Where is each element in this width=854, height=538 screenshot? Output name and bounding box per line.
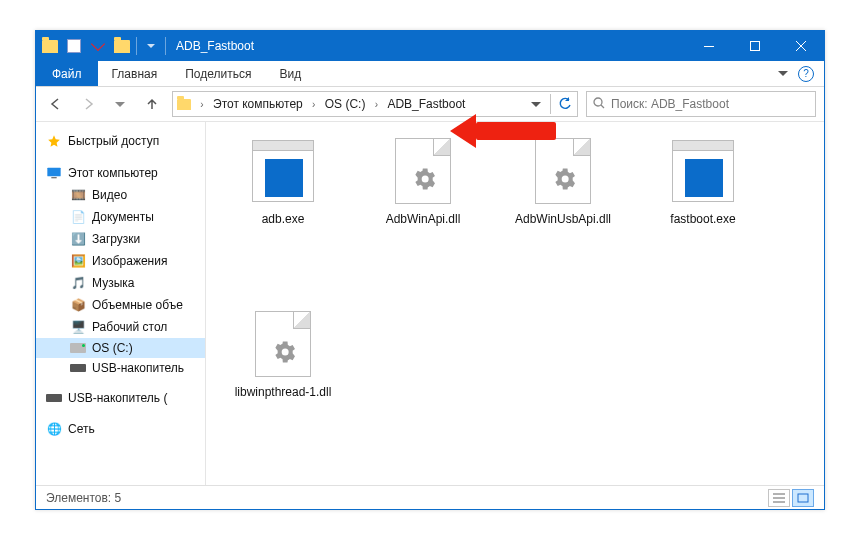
maximize-button[interactable] [732, 31, 778, 61]
sidebar-label: Изображения [92, 254, 167, 268]
sidebar-label: Объемные объе [92, 298, 183, 312]
sidebar-item-documents[interactable]: 📄Документы [36, 206, 205, 228]
sidebar-label: USB-накопитель ( [68, 391, 167, 405]
dll-icon [535, 138, 591, 204]
sidebar-item-thispc[interactable]: Этот компьютер [36, 162, 205, 184]
sidebar-label: USB-накопитель [92, 361, 184, 375]
sidebar-item-pictures[interactable]: 🖼️Изображения [36, 250, 205, 272]
ribbon-tab-home[interactable]: Главная [98, 61, 172, 86]
refresh-icon[interactable] [553, 97, 577, 111]
titlebar: ADB_Fastboot [36, 31, 824, 61]
breadcrumb-seg-drive[interactable]: OS (C:) [321, 97, 370, 111]
search-icon [593, 97, 605, 112]
chevron-right-icon[interactable]: › [369, 99, 383, 110]
properties-icon[interactable] [64, 36, 84, 56]
cube-icon: 📦 [70, 297, 86, 313]
svg-point-4 [594, 98, 602, 106]
sidebar-label: Рабочий стол [92, 320, 167, 334]
sidebar-item-osc[interactable]: OS (C:) [36, 338, 205, 358]
sidebar-label: Загрузки [92, 232, 140, 246]
ribbon: Файл Главная Поделиться Вид ? [36, 61, 824, 87]
file-item[interactable]: fastboot.exe [638, 136, 768, 226]
video-icon: 🎞️ [70, 187, 86, 203]
breadcrumb-seg-folder[interactable]: ADB_Fastboot [383, 97, 469, 111]
ribbon-tab-view[interactable]: Вид [265, 61, 315, 86]
minimize-button[interactable] [686, 31, 732, 61]
sidebar-label: OS (C:) [92, 341, 133, 355]
image-icon: 🖼️ [70, 253, 86, 269]
explorer-window: ADB_Fastboot Файл Главная Поделиться Вид… [35, 30, 825, 510]
sidebar-label: Быстрый доступ [68, 134, 159, 148]
item-count: Элементов: 5 [46, 491, 121, 505]
sidebar-label: Этот компьютер [68, 166, 158, 180]
computer-icon [46, 165, 62, 181]
folder-icon[interactable] [40, 36, 60, 56]
exe-icon [252, 140, 314, 202]
sidebar-item-quick-access[interactable]: Быстрый доступ [36, 130, 205, 152]
view-large-icons-button[interactable] [792, 489, 814, 507]
folder2-icon[interactable] [112, 36, 132, 56]
document-icon: 📄 [70, 209, 86, 225]
file-label: libwinpthread-1.dll [235, 385, 332, 399]
nav-row: › Этот компьютер › OS (C:) › ADB_Fastboo… [36, 87, 824, 121]
file-label: fastboot.exe [670, 212, 735, 226]
sidebar-item-video[interactable]: 🎞️Видео [36, 184, 205, 206]
status-bar: Элементов: 5 [36, 485, 824, 509]
file-item[interactable]: AdbWinUsbApi.dll [498, 136, 628, 226]
search-input[interactable] [611, 97, 809, 111]
chevron-right-icon[interactable]: › [307, 99, 321, 110]
address-bar[interactable]: › Этот компьютер › OS (C:) › ADB_Fastboo… [172, 91, 578, 117]
sidebar-item-usb-root[interactable]: USB-накопитель ( [36, 388, 205, 408]
svg-rect-1 [751, 42, 760, 51]
view-details-button[interactable] [768, 489, 790, 507]
checkmark-icon[interactable] [88, 36, 108, 56]
sidebar-label: Музыка [92, 276, 134, 290]
sidebar-item-music[interactable]: 🎵Музыка [36, 272, 205, 294]
file-label: AdbWinApi.dll [386, 212, 461, 226]
file-list[interactable]: adb.exeAdbWinApi.dllAdbWinUsbApi.dllfast… [206, 122, 824, 485]
sidebar-item-network[interactable]: 🌐Сеть [36, 418, 205, 440]
svg-line-5 [601, 105, 604, 108]
desktop-icon: 🖥️ [70, 319, 86, 335]
download-icon: ⬇️ [70, 231, 86, 247]
breadcrumb-seg-thispc[interactable]: Этот компьютер [209, 97, 307, 111]
close-button[interactable] [778, 31, 824, 61]
folder-icon [173, 99, 195, 110]
nav-history-dropdown[interactable] [108, 90, 132, 118]
dll-icon [255, 311, 311, 377]
help-icon[interactable]: ? [798, 66, 814, 82]
qat-dropdown[interactable] [141, 36, 161, 56]
star-icon [46, 133, 62, 149]
nav-back-button[interactable] [44, 90, 68, 118]
music-icon: 🎵 [70, 275, 86, 291]
ribbon-tab-file[interactable]: Файл [36, 61, 98, 86]
file-item[interactable]: adb.exe [218, 136, 348, 226]
search-box[interactable] [586, 91, 816, 117]
usb-icon [46, 394, 62, 402]
svg-rect-11 [798, 494, 808, 502]
file-item[interactable]: AdbWinApi.dll [358, 136, 488, 226]
sidebar-label: Сеть [68, 422, 95, 436]
window-title: ADB_Fastboot [176, 39, 254, 53]
nav-pane: Быстрый доступ Этот компьютер 🎞️Видео 📄Д… [36, 122, 206, 485]
address-dropdown-icon[interactable] [524, 102, 548, 107]
quick-access-toolbar [36, 36, 170, 56]
file-label: AdbWinUsbApi.dll [515, 212, 611, 226]
ribbon-tab-share[interactable]: Поделиться [171, 61, 265, 86]
sidebar-item-usb[interactable]: USB-накопитель [36, 358, 205, 378]
exe-icon [672, 140, 734, 202]
network-icon: 🌐 [46, 421, 62, 437]
ribbon-expand-icon[interactable] [778, 71, 788, 76]
nav-up-button[interactable] [140, 90, 164, 118]
chevron-right-icon[interactable]: › [195, 99, 209, 110]
nav-forward-button[interactable] [76, 90, 100, 118]
usb-icon [70, 364, 86, 372]
sidebar-item-desktop[interactable]: 🖥️Рабочий стол [36, 316, 205, 338]
sidebar-item-3dobjects[interactable]: 📦Объемные объе [36, 294, 205, 316]
body: Быстрый доступ Этот компьютер 🎞️Видео 📄Д… [36, 121, 824, 485]
file-item[interactable]: libwinpthread-1.dll [218, 309, 348, 399]
svg-rect-6 [47, 168, 60, 177]
sidebar-label: Документы [92, 210, 154, 224]
sidebar-item-downloads[interactable]: ⬇️Загрузки [36, 228, 205, 250]
sidebar-label: Видео [92, 188, 127, 202]
